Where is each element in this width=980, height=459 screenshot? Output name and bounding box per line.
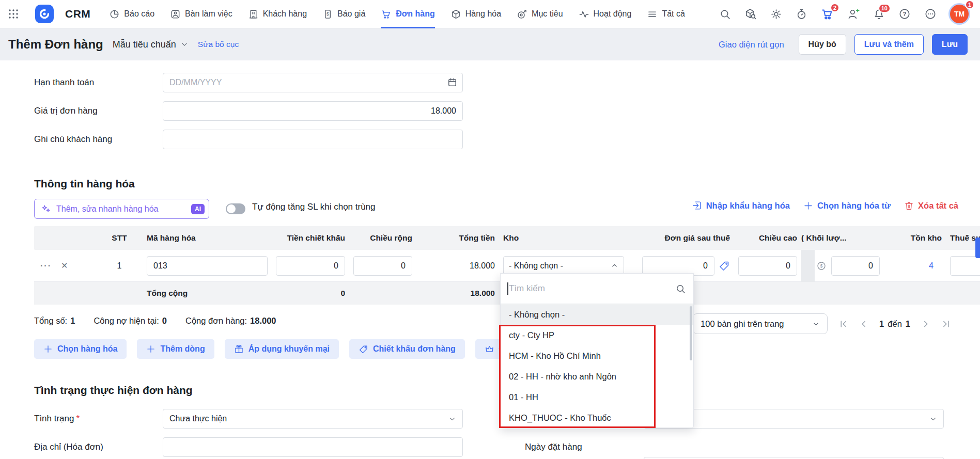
- order-summary: Tổng số:1 Công nợ hiện tại:0 Cộng đơn hà…: [34, 316, 276, 326]
- save-and-add-button[interactable]: Lưu và thêm: [854, 34, 924, 55]
- invoice-address-input[interactable]: [163, 437, 463, 457]
- cart-badge: 2: [830, 3, 839, 12]
- user-avatar[interactable]: TM 1: [950, 5, 969, 23]
- order-discount-button[interactable]: Chiết khấu đơn hàng: [349, 339, 465, 359]
- apply-promotion-button[interactable]: Áp dụng khuyến mại: [225, 339, 339, 359]
- status-select[interactable]: Chưa thực hiện: [163, 409, 463, 429]
- order-date-input[interactable]: [644, 457, 944, 459]
- height-input[interactable]: [738, 256, 797, 276]
- calendar-icon[interactable]: [447, 77, 458, 88]
- pie-chart-icon: [109, 9, 120, 20]
- plus-icon: [146, 344, 155, 354]
- crm-logo-icon[interactable]: [35, 5, 54, 23]
- option-01-hh[interactable]: 01 - HH: [501, 387, 693, 407]
- nav-bao-cao[interactable]: Báo cáo: [109, 0, 154, 28]
- warehouse-select[interactable]: - Không chọn -: [503, 256, 624, 276]
- option-cty[interactable]: cty - Cty HP: [501, 325, 693, 345]
- timer-icon[interactable]: [796, 8, 807, 20]
- nav-khach-hang[interactable]: Khách hàng: [248, 0, 307, 28]
- save-button[interactable]: Lưu: [932, 34, 968, 55]
- required-mark: *: [76, 414, 80, 423]
- svg-text:?: ?: [903, 11, 907, 17]
- page-header: Thêm Đơn hàng Mẫu tiêu chuẩn Sửa bố cục …: [0, 28, 980, 60]
- option-none[interactable]: - Không chọn -: [501, 304, 693, 325]
- row-more-icon[interactable]: ···: [40, 261, 52, 271]
- discount-input[interactable]: [276, 256, 345, 276]
- customer-note-input[interactable]: [163, 130, 463, 149]
- compact-view-link[interactable]: Giao diện rút gọn: [719, 40, 784, 50]
- payment-due-input[interactable]: [163, 73, 463, 92]
- col-price-after-tax: Đơn giá sau thuế: [628, 233, 734, 243]
- table-scroll-indicator[interactable]: [975, 238, 980, 258]
- col-width: Chiều rộng: [349, 233, 416, 243]
- import-products-link[interactable]: Nhập khẩu hàng hóa: [692, 200, 790, 211]
- gift-icon: [234, 344, 244, 354]
- last-page-button[interactable]: [942, 320, 951, 328]
- row-remove-icon[interactable]: ✕: [61, 261, 68, 271]
- cancel-button[interactable]: Hủy bỏ: [799, 34, 846, 55]
- tax-input[interactable]: [950, 256, 980, 276]
- first-page-button[interactable]: [839, 320, 848, 328]
- prev-page-button[interactable]: [859, 320, 868, 328]
- import-icon: [692, 200, 702, 211]
- app-grid-icon[interactable]: [8, 9, 19, 19]
- more-options-icon[interactable]: [924, 8, 937, 20]
- nav-don-hang[interactable]: Đơn hàng: [381, 0, 434, 28]
- total-discount: 0: [272, 289, 349, 298]
- add-user-icon[interactable]: [847, 8, 860, 20]
- weight-input[interactable]: [831, 256, 880, 276]
- summary-debt: Công nợ hiện tại:0: [94, 316, 167, 326]
- col-stt: STT: [96, 233, 143, 243]
- option-kho-thuoc[interactable]: KHO_THUOC - Kho Thuốc: [501, 407, 693, 428]
- dropdown-search[interactable]: [501, 274, 693, 304]
- width-input[interactable]: [353, 256, 412, 276]
- delete-all-link[interactable]: Xóa tất cả: [904, 201, 958, 211]
- row-stt: 1: [96, 261, 143, 271]
- col-warehouse: Kho: [499, 233, 628, 243]
- gear-icon[interactable]: [770, 8, 782, 20]
- stock-value-link[interactable]: 4: [929, 261, 942, 270]
- col-weight: ( Khối lượ...: [797, 233, 884, 243]
- dropdown-search-input[interactable]: [508, 283, 670, 294]
- product-search-icon[interactable]: [744, 8, 757, 20]
- nav-hoat-dong[interactable]: Hoạt động: [579, 0, 632, 28]
- nav-hang-hoa[interactable]: Hàng hóa: [450, 0, 501, 28]
- crown-icon: [485, 344, 494, 354]
- invoice-address-label: Địa chỉ (Hóa đơn): [34, 437, 158, 457]
- quick-add-ai-field[interactable]: Thêm, sửa nhanh hàng hóa AI: [34, 199, 209, 219]
- add-row-button[interactable]: Thêm dòng: [137, 339, 214, 359]
- edit-layout-link[interactable]: Sửa bố cục: [198, 40, 239, 49]
- bell-icon[interactable]: 10: [873, 8, 885, 20]
- order-date-field[interactable]: [644, 457, 944, 459]
- ai-badge: AI: [191, 204, 205, 214]
- nav-muc-tieu[interactable]: Mục tiêu: [517, 0, 563, 28]
- search-icon[interactable]: [719, 8, 731, 20]
- total-amount: 18.000: [416, 289, 499, 298]
- auto-increase-label: Tự động tăng SL khi chọn trùng: [252, 202, 376, 212]
- building-icon: [248, 9, 259, 20]
- auto-increase-toggle[interactable]: [226, 203, 245, 214]
- next-page-button[interactable]: [922, 320, 930, 328]
- help-icon[interactable]: ?: [898, 8, 911, 20]
- order-value-label: Giá trị đơn hàng: [34, 101, 158, 121]
- chevron-up-icon: [611, 262, 618, 270]
- cart-blue-icon[interactable]: 2: [821, 8, 834, 21]
- choose-product-button[interactable]: Chọn hàng hóa: [34, 339, 127, 359]
- option-hcm[interactable]: HCM - Kho Hồ Chí Minh: [501, 345, 693, 366]
- choose-products-from-link[interactable]: Chọn hàng hóa từ: [803, 201, 891, 211]
- status-label: Tình trạng*: [34, 409, 158, 429]
- nav-bao-gia[interactable]: $ Báo giá: [322, 0, 365, 28]
- target-icon: [517, 9, 527, 20]
- page-size-select[interactable]: 100 bản ghi trên trang: [693, 313, 828, 334]
- dropdown-scrollbar[interactable]: [690, 306, 692, 360]
- option-02-hh[interactable]: 02 - HH - nhờ kho anh Ngôn: [501, 366, 693, 387]
- product-code-input[interactable]: [147, 256, 268, 276]
- crm-add-order-page: { "colors": { "accent": "#3d6bf0", "dang…: [0, 0, 980, 459]
- price-tag-icon[interactable]: [719, 260, 730, 272]
- nav-ban-lam-viec[interactable]: Bàn làm việc: [170, 0, 232, 28]
- payment-due-field[interactable]: [163, 73, 463, 92]
- price-after-tax-input[interactable]: [642, 256, 714, 276]
- order-value-input[interactable]: [163, 101, 463, 121]
- nav-tat-ca[interactable]: Tất cả: [647, 0, 685, 28]
- template-selector[interactable]: Mẫu tiêu chuẩn: [113, 39, 189, 50]
